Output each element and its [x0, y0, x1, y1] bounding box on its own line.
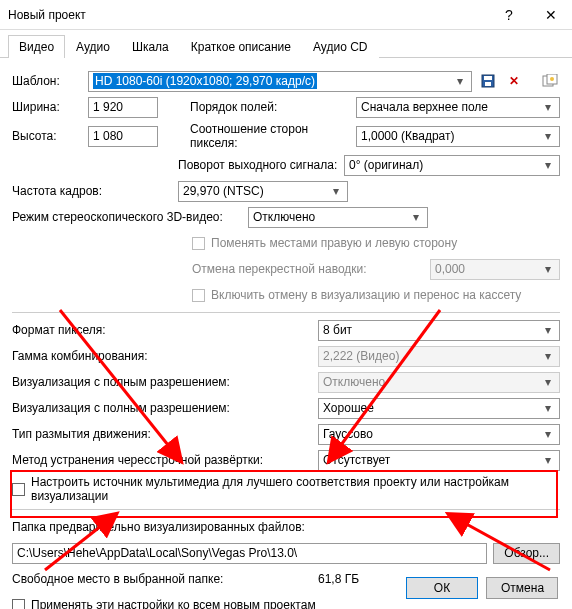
stereo-label: Режим стереоскопического 3D-видео:: [12, 210, 242, 224]
framerate-select[interactable]: 29,970 (NTSC)▾: [178, 181, 348, 202]
tab-content: Шаблон: HD 1080-60i (1920x1080; 29,970 к…: [0, 58, 572, 609]
prerender-path-input[interactable]: [12, 543, 487, 564]
deinterlace-select[interactable]: Отсутствует▾: [318, 450, 560, 471]
chevron-down-icon: ▾: [409, 210, 423, 224]
height-label: Высота:: [12, 129, 82, 143]
include-label: Включить отмену в визуализацию и перенос…: [211, 288, 521, 302]
chevron-down-icon: ▾: [541, 323, 555, 337]
swap-label: Поменять местами правую и левую сторону: [211, 236, 457, 250]
width-input[interactable]: [88, 97, 158, 118]
swap-checkbox: [192, 237, 205, 250]
deinterlace-label: Метод устранения чересстрочной развёртки…: [12, 453, 312, 467]
pixfmt-label: Формат пикселя:: [12, 323, 312, 337]
chevron-down-icon: ▾: [541, 453, 555, 467]
fullres1-select: Отключено▾: [318, 372, 560, 393]
pixfmt-select[interactable]: 8 бит▾: [318, 320, 560, 341]
freespace-value: 61,8 ГБ: [318, 572, 359, 586]
fieldorder-select[interactable]: Сначала верхнее поле▾: [356, 97, 560, 118]
dialog-buttons: ОК Отмена: [406, 577, 558, 599]
template-value: HD 1080-60i (1920x1080; 29,970 кадр/с): [93, 73, 317, 89]
chevron-down-icon: ▾: [541, 401, 555, 415]
width-label: Ширина:: [12, 100, 82, 114]
chevron-down-icon: ▾: [329, 184, 343, 198]
framerate-label: Частота кадров:: [12, 184, 172, 198]
include-checkbox: [192, 289, 205, 302]
tab-ruler[interactable]: Шкала: [121, 35, 180, 58]
par-select[interactable]: 1,0000 (Квадрат)▾: [356, 126, 560, 147]
gamma-select: 2,222 (Видео)▾: [318, 346, 560, 367]
chevron-down-icon: ▾: [541, 158, 555, 172]
fieldorder-label: Порядок полей:: [190, 100, 350, 114]
svg-rect-2: [485, 82, 491, 86]
tab-audiocd[interactable]: Аудио CD: [302, 35, 379, 58]
chevron-down-icon: ▾: [541, 427, 555, 441]
fullres1-label: Визуализация с полным разрешением:: [12, 375, 312, 389]
gamma-label: Гамма комбинирования:: [12, 349, 312, 363]
freespace-label: Свободное место в выбранной папке:: [12, 572, 312, 586]
cancel-button[interactable]: Отмена: [486, 577, 558, 599]
chevron-down-icon: ▾: [541, 129, 555, 143]
fullres2-label: Визуализация с полным разрешением:: [12, 401, 312, 415]
fullres2-select[interactable]: Хорошее▾: [318, 398, 560, 419]
tab-video[interactable]: Видео: [8, 35, 65, 58]
motionblur-label: Тип размытия движения:: [12, 427, 312, 441]
motionblur-select[interactable]: Гауссово▾: [318, 424, 560, 445]
ok-button[interactable]: ОК: [406, 577, 478, 599]
crosstalk-input: 0,000▾: [430, 259, 560, 280]
close-button[interactable]: ✕: [530, 0, 572, 30]
template-label: Шаблон:: [12, 74, 82, 88]
tab-bar: Видео Аудио Шкала Краткое описание Аудио…: [0, 30, 572, 58]
adjustsrc-checkbox[interactable]: [12, 483, 25, 496]
match-media-icon[interactable]: [540, 71, 560, 91]
template-select[interactable]: HD 1080-60i (1920x1080; 29,970 кадр/с) ▾: [88, 71, 472, 92]
svg-point-5: [550, 77, 554, 81]
window-title: Новый проект: [0, 8, 488, 22]
applyall-label: Применять эти настройки ко всем новым пр…: [31, 598, 316, 609]
adjustsrc-label: Настроить источник мультимедиа для лучше…: [31, 475, 560, 503]
delete-template-icon[interactable]: ✕: [504, 71, 524, 91]
svg-rect-1: [484, 76, 492, 80]
titlebar: Новый проект ? ✕: [0, 0, 572, 30]
help-button[interactable]: ?: [488, 0, 530, 30]
tab-audio[interactable]: Аудио: [65, 35, 121, 58]
crosstalk-label: Отмена перекрестной наводки:: [192, 262, 424, 276]
height-input[interactable]: [88, 126, 158, 147]
applyall-checkbox[interactable]: [12, 599, 25, 610]
rotation-select[interactable]: 0° (оригинал)▾: [344, 155, 560, 176]
browse-button[interactable]: Обзор...: [493, 543, 560, 564]
tab-summary[interactable]: Краткое описание: [180, 35, 302, 58]
rotation-label: Поворот выходного сигнала:: [178, 158, 338, 172]
chevron-down-icon: ▾: [453, 74, 467, 88]
chevron-down-icon: ▾: [541, 100, 555, 114]
prerender-label: Папка предварительно визуализированных ф…: [12, 520, 305, 534]
par-label: Соотношение сторон пикселя:: [190, 122, 350, 150]
stereo-select[interactable]: Отключено▾: [248, 207, 428, 228]
save-template-icon[interactable]: [478, 71, 498, 91]
